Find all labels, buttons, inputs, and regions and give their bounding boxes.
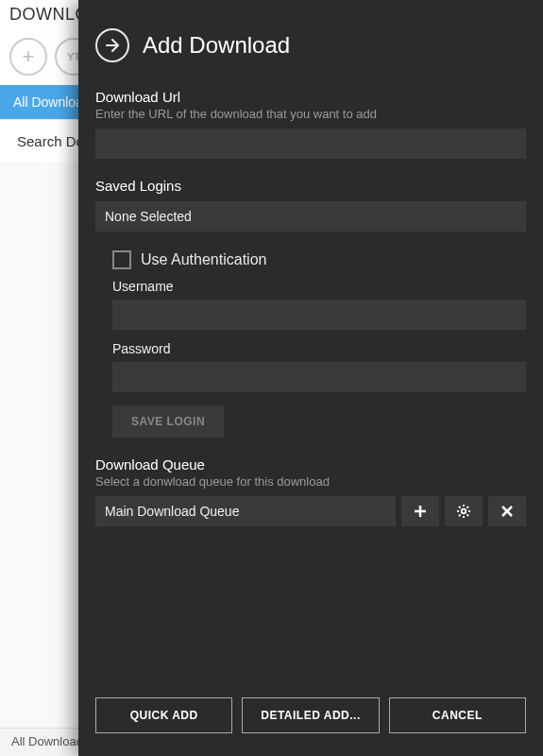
logins-dropdown[interactable]: None Selected bbox=[95, 201, 526, 232]
password-label: Password bbox=[112, 341, 526, 356]
dialog-header: Add Download bbox=[95, 28, 526, 62]
save-login-button[interactable]: SAVE LOGIN bbox=[112, 405, 224, 438]
password-input[interactable] bbox=[112, 362, 526, 392]
url-label: Download Url bbox=[95, 89, 526, 105]
dialog-footer: QUICK ADD DETAILED ADD... CANCEL bbox=[95, 697, 526, 739]
queue-settings-button[interactable] bbox=[445, 496, 483, 526]
url-section: Download Url Enter the URL of the downlo… bbox=[95, 89, 526, 159]
auth-section: Use Authentication Username Password SAV… bbox=[95, 250, 526, 438]
logins-section: Saved Logins None Selected bbox=[95, 178, 526, 232]
quick-add-button[interactable]: QUICK ADD bbox=[95, 697, 232, 733]
logins-selected: None Selected bbox=[105, 209, 192, 224]
queue-remove-button[interactable] bbox=[488, 496, 526, 526]
add-download-dialog: Add Download Download Url Enter the URL … bbox=[78, 0, 543, 756]
detailed-add-button[interactable]: DETAILED ADD... bbox=[242, 697, 379, 733]
url-input[interactable] bbox=[95, 129, 526, 159]
queue-section: Download Queue Select a donwload queue f… bbox=[95, 456, 526, 526]
logins-label: Saved Logins bbox=[95, 178, 526, 194]
plus-icon: + bbox=[23, 44, 35, 69]
queue-row: Main Download Queue bbox=[95, 496, 526, 526]
username-input[interactable] bbox=[112, 300, 526, 330]
url-hint: Enter the URL of the download that you w… bbox=[95, 107, 526, 121]
cancel-button[interactable]: CANCEL bbox=[389, 697, 526, 733]
queue-hint: Select a donwload queue for this downloa… bbox=[95, 474, 526, 489]
dialog-title: Add Download bbox=[143, 32, 290, 59]
close-icon bbox=[500, 504, 515, 519]
arrow-right-icon bbox=[95, 28, 129, 62]
queue-add-button[interactable] bbox=[401, 496, 439, 526]
queue-label: Download Queue bbox=[95, 456, 526, 472]
queue-dropdown[interactable]: Main Download Queue bbox=[95, 496, 396, 526]
use-auth-checkbox[interactable]: Use Authentication bbox=[112, 250, 526, 269]
svg-point-1 bbox=[462, 509, 467, 514]
username-label: Username bbox=[112, 279, 526, 294]
queue-selected: Main Download Queue bbox=[105, 504, 239, 519]
add-button[interactable]: + bbox=[9, 38, 47, 76]
use-auth-label: Use Authentication bbox=[141, 251, 266, 268]
gear-icon bbox=[456, 504, 471, 519]
plus-icon bbox=[413, 504, 428, 519]
checkbox-box bbox=[112, 250, 131, 269]
